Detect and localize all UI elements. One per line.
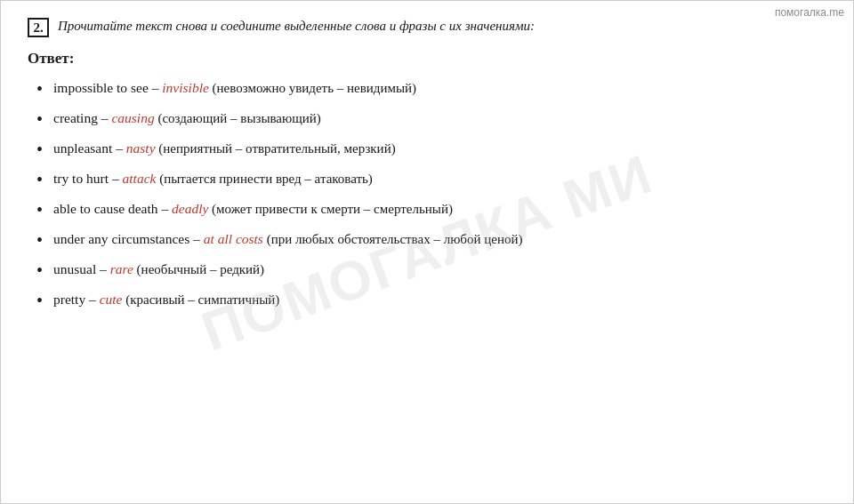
answer-label: Ответ: [28,50,826,68]
bullet-icon: • [36,228,43,252]
item-text: unusual – rare (необычный – редкий) [53,260,826,280]
translation: (может привести к смерти – смертельный) [208,202,453,216]
question-number: 2. [28,18,49,37]
bullet-icon: • [36,137,43,162]
bullet-list: •impossible to see – invisible (невозмож… [28,78,826,313]
translation: (невозможно увидеть – невидимый) [209,81,416,95]
list-item: •impossible to see – invisible (невозмож… [36,78,826,101]
item-text: creating – causing (создающий – вызывающ… [53,108,826,129]
translation: (красивый – симпатичный) [123,292,280,307]
translation: (пытается принести вред – атаковать) [156,172,372,186]
translation: (создающий – вызывающий) [155,111,321,125]
bullet-icon: • [36,76,43,101]
translation: (при любых обстоятельствах – любой ценой… [263,232,523,246]
keyword: deadly [172,201,208,216]
keyword: causing [111,110,154,125]
list-item: •try to hurt – attack (пытается принести… [36,169,826,192]
item-text: impossible to see – invisible (невозможн… [53,78,826,99]
bullet-icon: • [36,197,43,222]
list-item: •unpleasant – nasty (неприятный – отврат… [36,139,826,162]
page-container: помогалка.me ПОМОГАЛКА МИ 2. Прочитайте … [0,0,854,504]
bullet-icon: • [36,167,43,192]
bullet-icon: • [36,258,43,283]
keyword: at all costs [204,231,263,246]
list-item: •able to cause death – deadly (может при… [36,199,826,222]
translation: (неприятный – отвратительный, мерзкий) [156,141,396,156]
item-text: unpleasant – nasty (неприятный – отврати… [53,139,826,159]
translation: (необычный – редкий) [133,262,264,276]
site-label: помогалка.me [775,6,844,19]
item-text: try to hurt – attack (пытается принести … [53,169,826,189]
header-instruction: Прочитайте текст снова и соедините выдел… [58,17,535,36]
bullet-icon: • [36,107,43,132]
keyword: attack [123,171,157,186]
item-text: able to cause death – deadly (может прив… [53,199,826,220]
list-item: •creating – causing (создающий – вызываю… [36,108,826,132]
bullet-icon: • [36,288,43,313]
list-item: •unusual – rare (необычный – редкий) [36,260,826,283]
keyword: cute [100,292,123,307]
item-text: under any circumstances – at all costs (… [53,229,826,250]
keyword: nasty [126,140,156,156]
list-item: •pretty – cute (красивый – симпатичный) [36,290,826,313]
header-row: 2. Прочитайте текст снова и соедините вы… [28,17,826,37]
keyword: invisible [162,80,209,95]
item-text: pretty – cute (красивый – симпатичный) [53,290,826,310]
list-item: •under any circumstances – at all costs … [36,229,826,252]
keyword: rare [110,261,133,276]
